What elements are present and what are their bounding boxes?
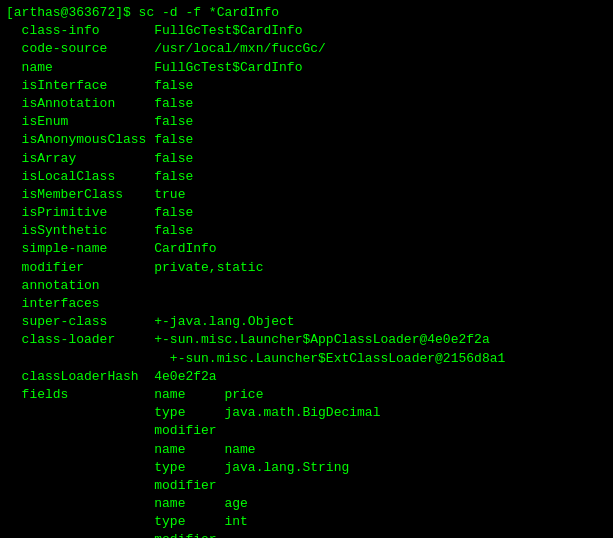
line-32: modifier — [6, 531, 607, 538]
line-24: modifier — [6, 422, 607, 440]
line-6: isAnnotation false — [6, 95, 607, 113]
line-26: name name — [6, 441, 607, 459]
line-1: [arthas@363672]$ sc -d -f *CardInfo — [6, 4, 607, 22]
line-21: classLoaderHash 4e0e2f2a — [6, 368, 607, 386]
line-19: class-loader +-sun.misc.Launcher$AppClas… — [6, 331, 607, 349]
line-12: isPrimitive false — [6, 204, 607, 222]
line-9: isArray false — [6, 150, 607, 168]
line-31: type int — [6, 513, 607, 531]
line-30: name age — [6, 495, 607, 513]
line-18: super-class +-java.lang.Object — [6, 313, 607, 331]
line-20: +-sun.misc.Launcher$ExtClassLoader@2156d… — [6, 350, 607, 368]
line-27: type java.lang.String — [6, 459, 607, 477]
terminal-output: [arthas@363672]$ sc -d -f *CardInfo clas… — [6, 4, 607, 538]
line-3: code-source /usr/local/mxn/fuccGc/ — [6, 40, 607, 58]
line-8: isAnonymousClass false — [6, 131, 607, 149]
line-14: simple-name CardInfo — [6, 240, 607, 258]
line-15: modifier private,static — [6, 259, 607, 277]
line-16: annotation — [6, 277, 607, 295]
terminal-window: [arthas@363672]$ sc -d -f *CardInfo clas… — [6, 4, 607, 538]
line-23: type java.math.BigDecimal — [6, 404, 607, 422]
line-5: isInterface false — [6, 77, 607, 95]
line-2: class-info FullGcTest$CardInfo — [6, 22, 607, 40]
line-17: interfaces — [6, 295, 607, 313]
line-7: isEnum false — [6, 113, 607, 131]
line-28: modifier — [6, 477, 607, 495]
line-4: name FullGcTest$CardInfo — [6, 59, 607, 77]
line-11: isMemberClass true — [6, 186, 607, 204]
line-22: fields name price — [6, 386, 607, 404]
line-13: isSynthetic false — [6, 222, 607, 240]
line-10: isLocalClass false — [6, 168, 607, 186]
